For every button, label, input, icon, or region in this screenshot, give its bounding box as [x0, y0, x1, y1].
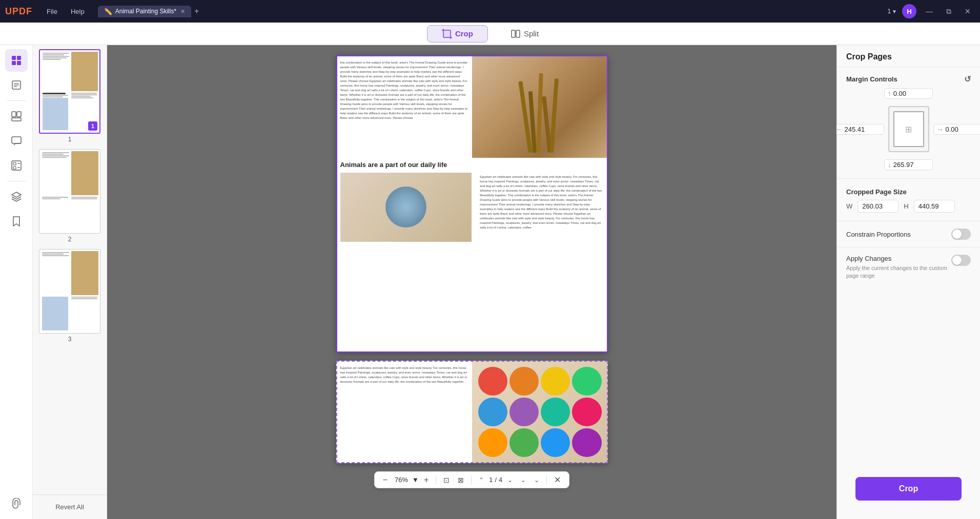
new-tab-btn[interactable]: +	[191, 7, 202, 16]
margin-top-icon: ↑	[888, 90, 891, 97]
svg-rect-8	[17, 56, 21, 60]
height-input[interactable]	[914, 200, 955, 213]
svg-rect-18	[12, 137, 21, 143]
margin-preview-icon: ⊞	[905, 124, 912, 134]
thumb-label-1: 1	[68, 136, 72, 143]
zoom-bar: − 76% ▼ + ⊡ ⊠ ⌃ 1 / 4 ⌄ ⌄ ⌄ ✕	[374, 471, 570, 488]
menu-file[interactable]: File	[42, 6, 63, 17]
margin-top-input[interactable]	[893, 90, 929, 97]
left-sidebar	[0, 45, 33, 519]
page-2: Egyptian art celebrates animals like cat…	[336, 361, 608, 463]
nav-prev-btn[interactable]: ⌄	[504, 475, 516, 485]
sidebar-icon-forms[interactable]	[5, 154, 28, 177]
topbar: UPDF File Help ✏️ Animal Painting Skills…	[0, 0, 980, 23]
thumbnail-page-1[interactable]: 1 1	[37, 49, 103, 143]
rp-title: Crop Pages	[837, 45, 980, 67]
thumb-scroll: 1 1	[33, 45, 107, 494]
svg-rect-22	[13, 167, 16, 169]
page-2-left-col: Egyptian art celebrates animals like cat…	[336, 361, 472, 463]
margin-right-input[interactable]	[946, 126, 981, 133]
sidebar-icon-organize[interactable]	[5, 105, 28, 128]
svg-rect-6	[516, 30, 520, 37]
margin-top-input-wrap: ↑	[884, 88, 933, 99]
nav-next-btn[interactable]: ⌄	[518, 475, 529, 485]
margin-middle-row: ← ⊞ →	[832, 103, 981, 155]
crop-label: Crop	[455, 29, 473, 38]
zoom-out-btn[interactable]: −	[380, 474, 391, 486]
content-area: this combination is the subject of this …	[107, 45, 836, 519]
page-nav: 1 / 4	[489, 476, 502, 484]
cropped-size-inputs: W H	[837, 200, 980, 219]
sidebar-icon-attachments[interactable]	[5, 492, 28, 515]
split-icon	[511, 29, 521, 39]
restore-btn[interactable]: ⧉	[942, 7, 955, 16]
reset-icon[interactable]: ↺	[964, 74, 971, 84]
svg-rect-16	[17, 112, 21, 117]
margin-controls-label: Margin Controls	[846, 75, 897, 83]
fit-height-btn[interactable]: ⊡	[440, 475, 453, 485]
tab-animal-painting[interactable]: ✏️ Animal Painting Skills* ✕	[98, 6, 191, 17]
cropped-size-title: Cropped Page Size	[837, 181, 980, 200]
page-1-brush-img	[472, 55, 608, 158]
svg-rect-20	[13, 162, 16, 165]
margin-preview-inner: ⊞	[893, 111, 924, 147]
page-2-content: Egyptian art celebrates animals like cat…	[336, 361, 608, 463]
sidebar-icon-edit[interactable]	[5, 74, 28, 96]
split-tool-btn[interactable]: Split	[496, 26, 553, 42]
menu-help[interactable]: Help	[66, 6, 90, 17]
page-indicator[interactable]: 1 ▼	[887, 8, 897, 15]
crop-bottom-btn[interactable]: Crop	[855, 477, 962, 501]
constrain-toggle[interactable]	[951, 229, 971, 240]
margin-left-input-wrap: ←	[832, 124, 884, 135]
nav-last-btn[interactable]: ⌄	[531, 475, 542, 485]
crop-tool-btn[interactable]: Crop	[427, 25, 488, 43]
width-input[interactable]	[858, 200, 899, 213]
zoom-dropdown-icon[interactable]: ▼	[412, 476, 419, 484]
sidebar-icon-layers[interactable]	[5, 185, 28, 208]
sidebar-icon-bookmarks[interactable]	[5, 210, 28, 233]
minimize-btn[interactable]: —	[922, 7, 937, 15]
fit-page-btn[interactable]: ⊠	[455, 475, 467, 485]
close-zoom-bar-btn[interactable]: ✕	[551, 474, 564, 486]
page-dropdown-icon: ▼	[892, 9, 897, 14]
page-1-watercolor-img	[340, 173, 472, 242]
sidebar-icon-comment[interactable]	[5, 130, 28, 152]
margin-bottom-input[interactable]	[893, 161, 929, 169]
tab-edit-icon: ✏️	[104, 8, 112, 15]
page-1-content: this combination is the subject of this …	[336, 55, 608, 158]
apply-label: Apply Changes	[846, 255, 949, 262]
apply-toggle[interactable]	[951, 255, 971, 266]
svg-rect-15	[12, 112, 16, 117]
thumb-img-2	[39, 149, 100, 234]
thumbnail-page-3[interactable]: 3	[37, 249, 103, 343]
margin-left-input[interactable]	[845, 126, 881, 133]
right-panel: Crop Pages Margin Controls ↺ ↑ ←	[836, 45, 980, 519]
thumb-label-3: 3	[68, 336, 72, 343]
svg-rect-17	[12, 118, 21, 121]
zoom-in-btn[interactable]: +	[421, 474, 432, 486]
zoom-level: 76%	[393, 476, 410, 484]
page-2-palette-img	[472, 361, 608, 463]
close-btn[interactable]: ✕	[961, 7, 975, 15]
svg-rect-7	[12, 56, 16, 60]
thumb-img-3	[39, 249, 100, 334]
thumb-label-2: 2	[68, 236, 72, 243]
page-1-left-col: this combination is the subject of this …	[336, 55, 472, 158]
tab-close-btn[interactable]: ✕	[180, 8, 185, 15]
cropped-size-section: Cropped Page Size W H	[837, 181, 980, 219]
margin-bottom-input-wrap: ↓	[884, 159, 933, 170]
revert-area: Revert All	[33, 494, 107, 519]
page-current: 1	[489, 476, 493, 484]
thumbnail-page-2[interactable]: 2	[37, 149, 103, 243]
height-label: H	[904, 202, 908, 210]
margin-controls-grid: ↑ ← ⊞ →	[837, 88, 980, 176]
sidebar-icon-thumbnails[interactable]	[5, 49, 28, 72]
page-total: 4	[499, 476, 502, 484]
nav-first-btn[interactable]: ⌃	[476, 475, 487, 485]
topbar-right: 1 ▼ H — ⧉ ✕	[887, 4, 975, 18]
svg-rect-0	[443, 30, 451, 37]
thumb-and-revert: 1 1	[33, 45, 107, 519]
page-1-right-col	[472, 55, 608, 158]
avatar[interactable]: H	[902, 4, 916, 18]
revert-all-btn[interactable]: Revert All	[47, 499, 92, 515]
